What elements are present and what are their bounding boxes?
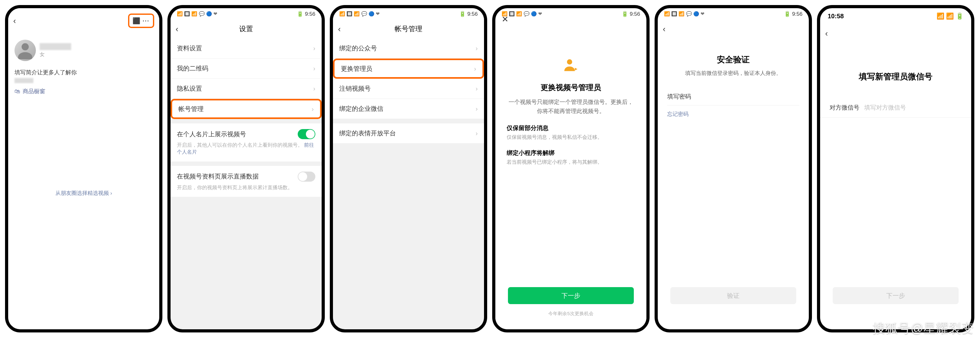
more-actions-highlighted[interactable]: ⬛ ⋯ (128, 14, 154, 28)
list-item-profile-settings[interactable]: 资料设置 › (170, 38, 321, 59)
back-icon[interactable]: ‹ (663, 24, 666, 34)
chevron-right-icon: › (313, 85, 315, 92)
chevron-right-icon: › (476, 105, 478, 112)
password-field[interactable]: 填写密码 (667, 93, 799, 105)
shop-link-label: 商品橱窗 (23, 88, 45, 95)
field-label: 对方微信号 (830, 104, 864, 112)
status-right: 🔋 9:56 (784, 11, 802, 17)
chevron-right-icon: › (474, 65, 476, 72)
status-icons: 📶 📶 🔋 (937, 12, 964, 20)
chevron-right-icon: › (312, 105, 314, 113)
nav-bar: ‹ (820, 24, 971, 43)
phone-settings: 📶 🔲 📶 💬 🔵 ❤ 🔋 9:56 ‹ 设置 资料设置 › 我的二维码 › 隐… (167, 5, 325, 332)
field-placeholder[interactable]: 填写对方微信号 (864, 104, 962, 112)
status-bar: 📶 🔲 📶 💬 🔵 ❤ 🔋 9:56 (495, 8, 646, 19)
status-right: 🔋 9:56 (459, 11, 478, 17)
list-label: 绑定的企业微信 (339, 105, 383, 113)
toggle-show-live-data: 在视频号资料页展示直播数据 开启后，你的视频号资料页上将展示累计直播场数。 (170, 166, 321, 197)
phone-account-management: 📶 🔲 📶 💬 🔵 ❤ 🔋 9:56 ‹ 帐号管理 绑定的公众号 › 更换管理员… (330, 5, 487, 332)
profile-gender: 女 (40, 51, 153, 58)
list-label: 资料设置 (177, 44, 202, 53)
phone-profile: ‹ ⬛ ⋯ 女 填写简介让更多人了解你 🛍 商品橱窗 从朋友圈选择精选视频 › (5, 5, 162, 332)
status-right: 🔋 9:56 (622, 11, 640, 17)
watermark: 搜狐号@星耀裂变 (873, 319, 974, 337)
chevron-right-icon: › (313, 65, 315, 72)
list-label: 更换管理员 (341, 65, 372, 73)
info-title: 仅保留部分消息 (507, 124, 635, 132)
nav-bar: ‹ (658, 19, 809, 38)
phone-new-admin-wechat: 10:58 📶 📶 🔋 ‹ 填写新管理员微信号 对方微信号 填写对方微信号 下一… (817, 5, 974, 332)
status-bar: 10:58 📶 📶 🔋 (820, 8, 971, 24)
close-icon[interactable]: ✕ (502, 14, 509, 24)
back-icon[interactable]: ‹ (176, 24, 178, 34)
switch-show-live-data[interactable] (298, 172, 315, 182)
toggle-label: 在视频号资料页展示直播数据 (177, 172, 259, 181)
verify-desc: 填写当前微信登录密码，验证本人身份。 (658, 70, 809, 77)
phone-change-admin: 📶 🔲 📶 💬 🔵 ❤ 🔋 9:56 ✕ 更换视频号管理员 一个视频号只能绑定一… (492, 5, 649, 332)
list-label: 帐号管理 (178, 105, 204, 113)
phone-security-verify: 📶 🔲 📶 💬 🔵 ❤ 🔋 9:56 ‹ 安全验证 填写当前微信登录密码，验证本… (655, 5, 812, 332)
chevron-right-icon: › (476, 85, 478, 92)
nav-title: 帐号管理 (395, 24, 422, 34)
list-label: 注销视频号 (339, 85, 371, 93)
profile-name-blurred (40, 43, 71, 50)
list-item-bind-official-account[interactable]: 绑定的公众号 › (333, 38, 484, 59)
status-time: 10:58 (828, 13, 844, 20)
nav-bar: ‹ 设置 (170, 19, 321, 38)
more-icon[interactable]: ⋯ (142, 17, 150, 25)
bag-icon: 🛍 (14, 88, 20, 95)
info-unbind-miniprogram: 绑定小程序将解绑 若当前视频号已绑定小程序，将与其解绑。 (507, 149, 635, 166)
profile-area: 女 填写简介让更多人了解你 🛍 商品橱窗 (8, 34, 159, 101)
next-button[interactable]: 下一步 (508, 287, 634, 304)
next-button[interactable]: 下一步 (833, 287, 959, 304)
list-item-deregister[interactable]: 注销视频号 › (333, 79, 484, 99)
list-item-change-admin[interactable]: 更换管理员 › (333, 59, 484, 79)
wechat-id-field[interactable]: 对方微信号 填写对方微信号 (820, 98, 971, 118)
toggle-desc: 开启后，其他人可以在你的个人名片上看到你的视频号。 前往个人名片 (177, 142, 315, 156)
admin-transfer-icon (563, 57, 579, 73)
form-title: 填写新管理员微信号 (820, 71, 971, 82)
nav-bar: ‹ 帐号管理 (333, 19, 484, 38)
svg-point-1 (567, 59, 573, 65)
status-left: 📶 🔲 📶 💬 🔵 ❤ (177, 11, 218, 17)
back-icon[interactable]: ‹ (825, 29, 828, 38)
status-bar: 📶 🔲 📶 💬 🔵 ❤ 🔋 9:56 (333, 8, 484, 19)
status-right: 🔋 9:56 (297, 11, 315, 17)
info-desc: 仅保留视频号消息，视频号私信不会迁移。 (507, 134, 635, 141)
chevron-right-icon: › (476, 130, 478, 137)
info-keep-messages: 仅保留部分消息 仅保留视频号消息，视频号私信不会迁移。 (507, 124, 635, 141)
list-label: 绑定的表情开放平台 (339, 129, 396, 137)
info-desc: 若当前视频号已绑定小程序，将与其解绑。 (507, 159, 635, 166)
verify-button[interactable]: 验证 (670, 287, 796, 304)
list-item-bind-wecom[interactable]: 绑定的企业微信 › (333, 99, 484, 119)
list-item-account-management[interactable]: 帐号管理 › (170, 99, 321, 119)
shop-link[interactable]: 🛍 商品橱窗 (14, 88, 153, 95)
list-item-qrcode[interactable]: 我的二维码 › (170, 59, 321, 79)
status-bar: 📶 🔲 📶 💬 🔵 ❤ 🔋 9:56 (658, 8, 809, 19)
list-item-bind-sticker-platform[interactable]: 绑定的表情开放平台 › (333, 123, 484, 144)
profile-sub-blurred (14, 78, 33, 83)
chevron-right-icon: › (313, 45, 315, 52)
switch-show-on-card[interactable] (298, 129, 315, 139)
toggle-desc: 开启后，你的视频号资料页上将展示累计直播场数。 (177, 184, 315, 191)
profile-bio[interactable]: 填写简介让更多人了解你 (14, 69, 153, 76)
back-icon[interactable]: ‹ (13, 16, 16, 26)
shop-icon: ⬛ (132, 17, 140, 24)
toggle-show-on-card: 在个人名片上展示视频号 开启后，其他人可以在你的个人名片上看到你的视频号。 前往… (170, 123, 321, 161)
list-label: 隐私设置 (177, 85, 202, 93)
verify-title: 安全验证 (658, 54, 809, 65)
list-item-privacy[interactable]: 隐私设置 › (170, 79, 321, 99)
forgot-password-link[interactable]: 忘记密码 (667, 110, 799, 118)
avatar[interactable] (14, 40, 36, 61)
chevron-right-icon: › (476, 45, 478, 52)
page-desc: 一个视频号只能绑定一个管理员微信号。更换后，你将不能再管理此视频号。 (507, 97, 635, 116)
status-left: 📶 🔲 📶 💬 🔵 ❤ (339, 11, 380, 17)
back-icon[interactable]: ‹ (338, 24, 341, 34)
toggle-label: 在个人名片上展示视频号 (177, 130, 246, 139)
status-left: 📶 🔲 📶 💬 🔵 ❤ (664, 11, 705, 17)
svg-point-0 (22, 43, 29, 50)
select-video-link[interactable]: 从朋友圈选择精选视频 › (8, 190, 159, 197)
page-title: 更换视频号管理员 (507, 83, 635, 93)
info-title: 绑定小程序将解绑 (507, 149, 635, 157)
nav-title: 设置 (239, 24, 253, 34)
